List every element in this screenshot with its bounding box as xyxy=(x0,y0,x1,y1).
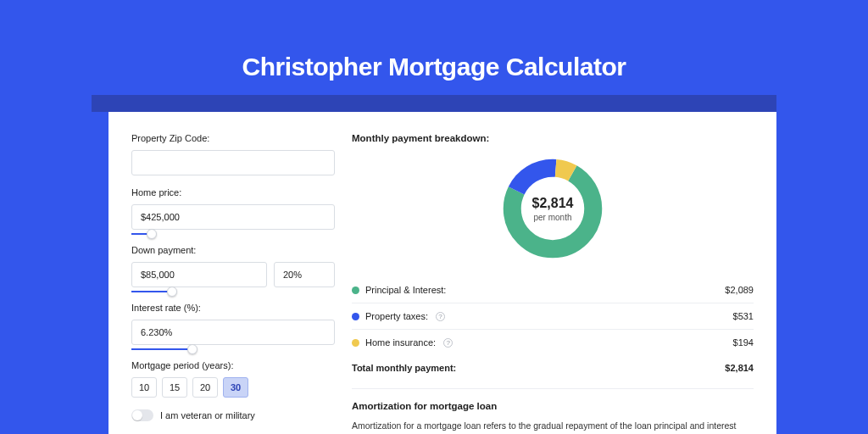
home-price-input[interactable] xyxy=(131,204,335,230)
info-icon[interactable]: ? xyxy=(436,312,445,321)
veteran-label: I am veteran or military xyxy=(160,410,255,420)
mortgage-period-label: Mortgage period (years): xyxy=(131,360,335,370)
slider-fill xyxy=(131,348,192,350)
legend-row: Principal & Interest:$2,089 xyxy=(352,277,754,303)
total-row: Total monthly payment: $2,814 xyxy=(352,355,754,373)
zip-label: Property Zip Code: xyxy=(131,133,335,143)
veteran-toggle[interactable] xyxy=(131,409,153,421)
interest-rate-field: Interest rate (%): xyxy=(131,303,335,360)
donut-chart: $2,814 per month xyxy=(499,155,606,262)
interest-rate-input[interactable] xyxy=(131,320,335,345)
zip-input[interactable] xyxy=(131,150,335,175)
slider-thumb[interactable] xyxy=(147,229,157,239)
home-price-slider[interactable] xyxy=(131,230,335,245)
legend-dot xyxy=(352,339,359,347)
legend-row: Property taxes:?$531 xyxy=(352,303,754,330)
down-payment-input[interactable] xyxy=(131,262,267,287)
form-column: Property Zip Code: Home price: Down paym… xyxy=(131,133,335,434)
down-payment-pct-input[interactable] xyxy=(274,262,335,287)
legend-row: Home insurance:?$194 xyxy=(352,330,754,355)
legend-label: Home insurance: xyxy=(365,337,436,348)
home-price-field: Home price: xyxy=(131,187,335,245)
legend: Principal & Interest:$2,089Property taxe… xyxy=(352,277,754,355)
breakdown-title: Monthly payment breakdown: xyxy=(352,133,754,143)
slider-thumb[interactable] xyxy=(167,287,177,297)
amortization-section: Amortization for mortgage loan Amortizat… xyxy=(352,388,754,434)
interest-rate-slider[interactable] xyxy=(131,345,335,360)
mortgage-period-options: 10152030 xyxy=(131,377,335,398)
period-btn-10[interactable]: 10 xyxy=(131,377,157,398)
toggle-knob xyxy=(132,410,142,420)
legend-label: Principal & Interest: xyxy=(365,285,446,295)
legend-value: $194 xyxy=(733,337,754,348)
slider-thumb[interactable] xyxy=(187,344,198,354)
total-value: $2,814 xyxy=(725,363,754,373)
mortgage-period-field: Mortgage period (years): 10152030 xyxy=(131,360,335,398)
amortization-title: Amortization for mortgage loan xyxy=(352,401,754,411)
amortization-text: Amortization for a mortgage loan refers … xyxy=(352,420,754,434)
info-icon[interactable]: ? xyxy=(443,338,453,348)
legend-dot xyxy=(352,313,359,320)
period-btn-20[interactable]: 20 xyxy=(192,377,218,398)
zip-field: Property Zip Code: xyxy=(131,133,335,175)
slider-fill xyxy=(131,291,172,292)
page-title: Christopher Mortgage Calculator xyxy=(0,0,868,81)
calculator-card: Property Zip Code: Home price: Down paym… xyxy=(108,112,776,434)
legend-label: Property taxes: xyxy=(365,311,428,321)
down-payment-field: Down payment: xyxy=(131,245,335,303)
veteran-row: I am veteran or military xyxy=(131,409,335,421)
donut-sub: per month xyxy=(533,213,571,222)
donut-center: $2,814 per month xyxy=(499,155,606,262)
home-price-label: Home price: xyxy=(131,187,335,198)
period-btn-15[interactable]: 15 xyxy=(162,377,187,398)
legend-value: $2,089 xyxy=(725,285,754,295)
total-label: Total monthly payment: xyxy=(352,363,456,373)
breakdown-column: Monthly payment breakdown: $2,814 per mo… xyxy=(352,133,754,434)
interest-rate-label: Interest rate (%): xyxy=(131,303,335,313)
header-band xyxy=(92,95,776,112)
period-btn-30[interactable]: 30 xyxy=(223,377,248,398)
donut-chart-wrap: $2,814 per month xyxy=(352,155,754,262)
legend-dot xyxy=(352,287,359,294)
down-payment-slider[interactable] xyxy=(131,287,335,303)
legend-value: $531 xyxy=(733,311,754,321)
down-payment-label: Down payment: xyxy=(131,245,335,255)
donut-amount: $2,814 xyxy=(532,196,574,211)
